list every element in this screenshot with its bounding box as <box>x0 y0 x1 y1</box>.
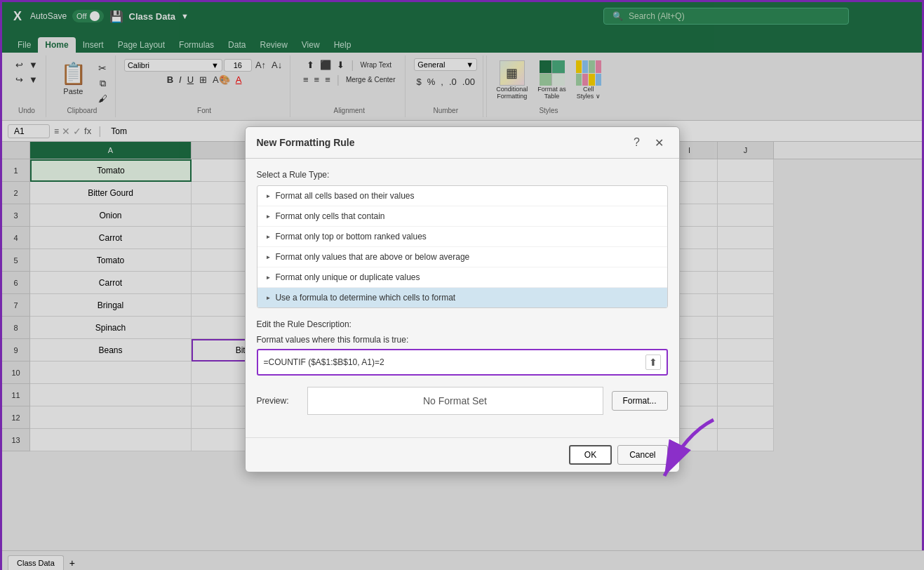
rule-item-1[interactable]: Format all cells based on their values <box>257 186 667 206</box>
new-formatting-rule-dialog: New Formatting Rule ? ✕ Select a Rule Ty… <box>245 126 680 472</box>
rule-item-5[interactable]: Format only unique or duplicate values <box>257 267 667 288</box>
cancel-btn[interactable]: Cancel <box>617 445 667 465</box>
preview-section: Preview: No Format Set Format... <box>257 387 668 415</box>
rule-item-6[interactable]: Use a formula to determine which cells t… <box>257 288 667 307</box>
rule-item-4[interactable]: Format only values that are above or bel… <box>257 247 667 267</box>
edit-rule-label: Edit the Rule Description: <box>257 319 668 329</box>
no-format-text: No Format Set <box>423 395 487 406</box>
dialog-header: New Formatting Rule ? ✕ <box>246 127 679 159</box>
preview-label: Preview: <box>257 396 299 406</box>
formula-section: Format values where this formula is true… <box>257 335 668 376</box>
ok-btn[interactable]: OK <box>569 445 612 465</box>
dialog-body: Select a Rule Type: Format all cells bas… <box>246 159 679 437</box>
formula-section-label: Format values where this formula is true… <box>257 335 668 345</box>
dialog-help-btn[interactable]: ? <box>629 134 645 151</box>
rule-type-section: Select a Rule Type: Format all cells bas… <box>257 170 668 308</box>
formula-collapse-btn[interactable]: ⬆ <box>645 354 661 370</box>
dialog-footer: OK Cancel <box>246 437 679 472</box>
dialog-overlay: New Formatting Rule ? ✕ Select a Rule Ty… <box>0 0 924 570</box>
format-btn[interactable]: Format... <box>612 391 668 411</box>
formula-display[interactable]: =COUNTIF ($A$1:$B$10, A1)=2 <box>264 357 384 367</box>
dialog-close-btn[interactable]: ✕ <box>651 134 668 151</box>
rule-type-list: Format all cells based on their values F… <box>257 185 668 308</box>
select-rule-label: Select a Rule Type: <box>257 170 668 180</box>
formula-input-container: =COUNTIF ($A$1:$B$10, A1)=2 ⬆ <box>257 349 668 376</box>
rule-item-2[interactable]: Format only cells that contain <box>257 206 667 227</box>
rule-item-3[interactable]: Format only top or bottom ranked values <box>257 227 667 247</box>
edit-rule-section: Edit the Rule Description: Format values… <box>257 319 668 376</box>
dialog-title: New Formatting Rule <box>257 137 355 148</box>
preview-box: No Format Set <box>307 387 603 415</box>
dialog-controls: ? ✕ <box>629 134 668 151</box>
